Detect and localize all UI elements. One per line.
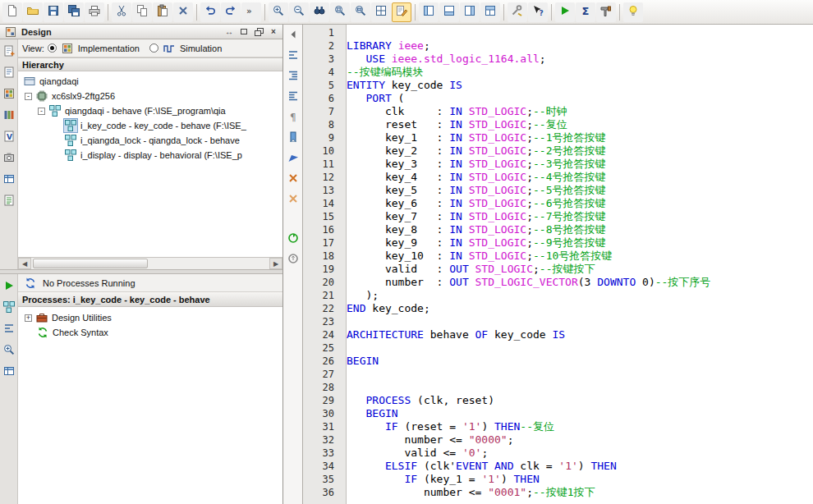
- code-line[interactable]: 22END key_code;: [303, 302, 813, 315]
- float-panel-icon[interactable]: ↔: [223, 26, 235, 37]
- implement-tools-button[interactable]: [596, 2, 616, 22]
- code-line[interactable]: 25: [303, 341, 813, 355]
- save-all-button[interactable]: [64, 2, 84, 22]
- view-design-button[interactable]: [2, 87, 16, 102]
- copy-button[interactable]: [132, 2, 152, 22]
- code-line[interactable]: 34 ELSIF (clk'EVENT AND clk = '1') THEN: [303, 460, 813, 473]
- hierarchy-tree-item[interactable]: i_display - display - behavioral (F:\ISE…: [18, 148, 282, 163]
- code-line[interactable]: 23: [303, 315, 813, 328]
- find-button[interactable]: [310, 2, 329, 22]
- code-line[interactable]: 13 key_5 : IN STD_LOGIC;--5号抢答按键: [303, 184, 813, 197]
- uncomment-orange-button[interactable]: [286, 192, 301, 207]
- code-line[interactable]: 36 number <= "0001";--按键1按下: [303, 486, 813, 499]
- code-line[interactable]: 16 key_8 : IN STD_LOGIC;--8号抢答按键: [303, 223, 813, 236]
- code-line[interactable]: 27: [303, 368, 813, 381]
- language-templates-button[interactable]: [392, 2, 411, 22]
- code-line[interactable]: 21 );: [303, 289, 813, 302]
- outdent-button[interactable]: [286, 89, 301, 104]
- code-editor[interactable]: 12LIBRARY ieee;3 USE ieee.std_logic_1164…: [303, 25, 813, 504]
- code-line[interactable]: 14 key_6 : IN STD_LOGIC;--6号抢答按键: [303, 197, 813, 210]
- code-line[interactable]: 6 PORT (: [303, 92, 813, 105]
- code-line[interactable]: 10 key_2 : IN STD_LOGIC;--2号抢答按键: [303, 144, 813, 158]
- scroll-left-icon[interactable]: ◀: [18, 258, 31, 269]
- zoom-in-button[interactable]: [269, 2, 288, 22]
- view-reports-table-button[interactable]: [2, 364, 16, 379]
- show-whitespace-button[interactable]: ¶: [286, 110, 301, 125]
- code-line[interactable]: 3 USE ieee.std_logic_1164.all;: [303, 53, 813, 66]
- code-line[interactable]: 18 key_10 : IN STD_LOGIC;--10号抢答按键: [303, 250, 813, 263]
- code-line[interactable]: 11 key_3 : IN STD_LOGIC;--3号抢答按键: [303, 158, 813, 171]
- paste-button[interactable]: [153, 2, 172, 22]
- delete-button[interactable]: [173, 2, 193, 22]
- restore-panel-icon[interactable]: [253, 26, 264, 37]
- run-button[interactable]: [555, 2, 575, 22]
- view-processes-hier-button[interactable]: [2, 300, 16, 315]
- sigma-button[interactable]: Σ: [576, 2, 595, 22]
- view-reports-button[interactable]: [2, 194, 16, 208]
- code-line[interactable]: 28: [303, 381, 813, 394]
- hierarchy-tree-item[interactable]: -xc6slx9-2ftg256: [18, 89, 282, 103]
- code-line[interactable]: 1: [303, 26, 813, 39]
- settings-wrench-button[interactable]: [508, 2, 527, 22]
- goto-line-button[interactable]: [286, 48, 301, 63]
- code-line[interactable]: 31 IF (reset = '1') THEN--复位: [303, 420, 813, 433]
- hierarchy-tree-item[interactable]: i_key_code - key_code - behave (F:\ISE_: [18, 118, 282, 133]
- code-line[interactable]: 33 valid <= '0';: [303, 447, 813, 460]
- code-line[interactable]: 9 key_1 : IN STD_LOGIC;--1号抢答按键: [303, 131, 813, 144]
- view-snapshots-button[interactable]: [2, 151, 16, 166]
- new-document-button[interactable]: [2, 2, 22, 22]
- code-line[interactable]: 29 PROCESS (clk, reset): [303, 394, 813, 407]
- expand-icon[interactable]: +: [25, 314, 32, 322]
- hierarchy-tree-item[interactable]: i_qiangda_lock - qiangda_lock - behave: [18, 133, 282, 148]
- layout-button[interactable]: [480, 2, 500, 22]
- bookmark-button[interactable]: [286, 131, 301, 145]
- code-line[interactable]: 20 number : OUT STD_LOGIC_VECTOR(3 DOWNT…: [303, 276, 813, 289]
- code-line[interactable]: 19 valid : OUT STD_LOGIC;--按键按下: [303, 263, 813, 276]
- maximize-panel-icon[interactable]: [238, 26, 250, 37]
- undo-button[interactable]: [200, 2, 220, 22]
- indent-button[interactable]: [286, 69, 301, 84]
- dock-right-button[interactable]: [460, 2, 480, 22]
- zoom-out-button[interactable]: [289, 2, 309, 22]
- comment-orange-button[interactable]: [286, 172, 301, 186]
- code-line[interactable]: 15 key_7 : IN STD_LOGIC;--7号抢答按键: [303, 210, 813, 223]
- code-line[interactable]: 2LIBRARY ieee;: [303, 39, 813, 53]
- view-processes-flat-button[interactable]: [2, 322, 16, 337]
- print-button[interactable]: [85, 2, 104, 22]
- implementation-radio[interactable]: [48, 44, 57, 53]
- code-line[interactable]: 5ENTITY key_code IS: [303, 79, 813, 92]
- more-buttons-button[interactable]: »: [241, 2, 261, 22]
- view-libraries-button[interactable]: [2, 108, 16, 123]
- code-line[interactable]: 24ARCHITECTURE behave OF key_code IS: [303, 328, 813, 341]
- new-source-button[interactable]: [2, 44, 16, 59]
- collapse-icon[interactable]: -: [25, 93, 32, 100]
- cut-button[interactable]: [112, 2, 131, 22]
- view-sources-button[interactable]: V: [2, 130, 16, 144]
- find-process-button[interactable]: [2, 343, 16, 358]
- lightbulb-button[interactable]: [623, 2, 643, 22]
- code-line[interactable]: 26BEGIN: [303, 355, 813, 368]
- run-process-button[interactable]: [2, 279, 16, 294]
- code-line[interactable]: 8 reset : IN STD_LOGIC;--复位: [303, 118, 813, 131]
- zoom-box-button[interactable]: [351, 2, 370, 22]
- dock-bottom-button[interactable]: [439, 2, 459, 22]
- process-tree-item[interactable]: +Design Utilities: [18, 310, 282, 325]
- code-line[interactable]: 12 key_4 : IN STD_LOGIC;--4号抢答按键: [303, 171, 813, 184]
- redo-button[interactable]: [221, 2, 241, 22]
- code-line[interactable]: 7 clk : IN STD_LOGIC;--时钟: [303, 105, 813, 118]
- collapse-panel-button[interactable]: [286, 28, 301, 43]
- scroll-grey-button[interactable]: [286, 252, 301, 267]
- scrollbar-thumb[interactable]: [33, 259, 148, 268]
- code-line[interactable]: 30 BEGIN: [303, 407, 813, 420]
- hierarchy-tree-item[interactable]: qiangdaqi: [18, 74, 282, 89]
- collapse-icon[interactable]: -: [38, 108, 45, 115]
- hierarchy-tree-item[interactable]: -qiangdaqi - behave (F:\ISE_program\qia: [18, 103, 282, 118]
- code-line[interactable]: 32 number <= "0000";: [303, 433, 813, 447]
- send-blue-flag-button[interactable]: [286, 151, 301, 166]
- code-line[interactable]: 4--按键编码模块: [303, 66, 813, 79]
- view-ports-button[interactable]: [371, 2, 391, 22]
- zoom-full-button[interactable]: [330, 2, 350, 22]
- open-folder-button[interactable]: [23, 2, 43, 22]
- code-line[interactable]: 17 key_9 : IN STD_LOGIC;--9号抢答按键: [303, 236, 813, 250]
- hierarchy-hscrollbar[interactable]: ◀ ▶: [18, 257, 282, 269]
